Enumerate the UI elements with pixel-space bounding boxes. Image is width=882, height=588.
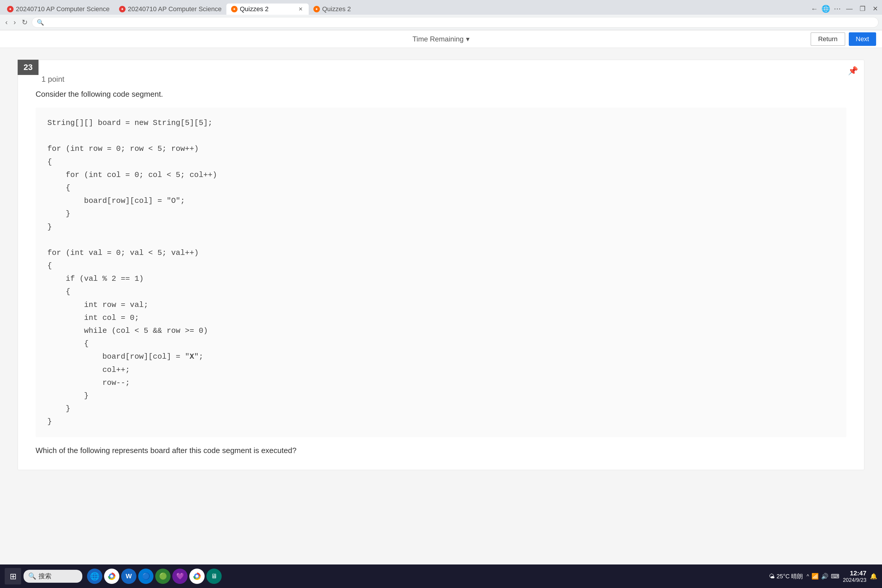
code-line-2: for (int row = 0; row < 5; row++) (47, 142, 835, 155)
tab-3-close[interactable]: ✕ (297, 5, 304, 13)
pin-icon[interactable]: 📌 (848, 66, 858, 75)
tab-bar: ✦ 20240710 AP Computer Science ✦ 2024071… (0, 0, 882, 15)
code-line-16: { (47, 337, 835, 350)
svg-point-3 (195, 575, 198, 578)
close-btn[interactable]: ✕ (871, 5, 880, 13)
taskbar-app-chrome1[interactable] (104, 568, 119, 584)
minimize-btn[interactable]: — (844, 5, 854, 13)
code-line-4: for (int col = 0; col < 5; col++) (47, 168, 835, 182)
network-icon[interactable]: 📶 (812, 573, 819, 580)
next-button[interactable]: Next (849, 32, 876, 46)
tab-2-label: 20240710 AP Computer Science (128, 5, 222, 13)
question-card: 23 1 point 📌 Consider the following code… (18, 60, 864, 470)
tab-1-icon: ✦ (7, 6, 14, 12)
time-remaining: Time Remaining ▾ (412, 35, 470, 43)
taskbar-app-green[interactable]: 🟢 (155, 568, 171, 584)
address-bar[interactable]: 🔍 (32, 17, 879, 28)
code-line-7: } (47, 207, 835, 220)
taskbar-app-word[interactable]: W (121, 568, 136, 584)
refresh-button[interactable]: ↻ (20, 16, 29, 28)
tab-4-icon: ✦ (314, 6, 320, 12)
time-dropdown-icon[interactable]: ▾ (466, 35, 470, 43)
code-line-18: col++; (47, 363, 835, 376)
global-icon[interactable]: 🌐 (821, 5, 830, 13)
code-line-12: { (47, 285, 835, 298)
taskbar: ⊞ 🔍 搜索 🌐 W 🔵 🟢 💜 (0, 564, 882, 588)
tab-1[interactable]: ✦ 20240710 AP Computer Science (2, 3, 114, 15)
code-line-8: } (47, 220, 835, 233)
forward-button[interactable]: › (12, 16, 18, 28)
tab-4[interactable]: ✦ Quizzes 2 (309, 3, 391, 15)
speaker-icon[interactable]: 🔊 (821, 573, 828, 580)
tab-1-label: 20240710 AP Computer Science (16, 5, 110, 13)
clock-date: 2024/9/23 (843, 577, 866, 583)
code-line-15: while (col < 5 && row >= 0) (47, 324, 835, 337)
main-content: 23 1 point 📌 Consider the following code… (0, 48, 882, 577)
code-line-blank-2 (47, 233, 835, 246)
weather-info: 🌤 25°C 晴朗 (769, 572, 803, 580)
notification-icon[interactable]: 🔔 (870, 573, 877, 580)
start-button[interactable]: ⊞ (5, 568, 21, 585)
quiz-toolbar: Time Remaining ▾ Return Next (0, 30, 882, 48)
code-line-13: int row = val; (47, 298, 835, 311)
taskbar-app-ie[interactable]: 🌐 (87, 568, 102, 584)
svg-point-1 (110, 575, 113, 578)
code-line-9: for (int val = 0; val < 5; val++) (47, 246, 835, 259)
download-icon[interactable]: ← (811, 5, 818, 13)
tab-3-label: Quizzes 2 (240, 5, 269, 13)
code-block: String[][] board = new String[5][5]; for… (36, 108, 846, 437)
chevron-up-icon[interactable]: ^ (807, 573, 809, 579)
return-button[interactable]: Return (810, 32, 845, 46)
tab-3[interactable]: ✦ Quizzes 2 ✕ (226, 3, 309, 15)
taskbar-search-icon: 🔍 (28, 572, 36, 580)
weather-icon: 🌤 (769, 573, 775, 580)
tab-2[interactable]: ✦ 20240710 AP Computer Science (114, 3, 226, 15)
taskbar-app-chrome2[interactable] (189, 568, 205, 584)
quiz-actions: Return Next (810, 32, 876, 46)
taskbar-app-screen[interactable]: 🖥 (206, 568, 222, 584)
weather-text: 25°C 晴朗 (777, 572, 803, 580)
taskbar-apps: 🌐 W 🔵 🟢 💜 🖥 (87, 568, 222, 584)
code-line-22: } (47, 415, 835, 428)
code-line-20: } (47, 389, 835, 402)
keyboard-icon[interactable]: ⌨ (831, 573, 839, 580)
browser-chrome: ✦ 20240710 AP Computer Science ✦ 2024071… (0, 0, 882, 30)
code-line-17: board[row][col] = "X"; (47, 350, 835, 363)
maximize-btn[interactable]: ❐ (858, 5, 867, 13)
taskbar-app-edge[interactable]: 🔵 (138, 568, 153, 584)
nav-bar: ‹ › ↻ 🔍 (0, 15, 882, 30)
question-intro: Consider the following code segment. (36, 90, 846, 99)
code-line-6: board[row][col] = "O"; (47, 194, 835, 207)
start-icon: ⊞ (10, 572, 16, 581)
taskbar-search[interactable]: 🔍 搜索 (24, 570, 82, 583)
question-bottom-text: Which of the following represents board … (36, 446, 846, 455)
code-line-3: { (47, 156, 835, 168)
taskbar-app-purple[interactable]: 💜 (172, 568, 188, 584)
tab-4-label: Quizzes 2 (322, 5, 351, 13)
code-line-10: { (47, 259, 835, 272)
tab-3-icon: ✦ (231, 6, 237, 12)
code-line-21: } (47, 402, 835, 415)
code-line-blank-1 (47, 129, 835, 142)
time-remaining-label: Time Remaining (412, 35, 464, 43)
question-points: 1 point (42, 75, 64, 84)
code-line-1: String[][] board = new String[5][5]; (47, 116, 835, 129)
search-icon: 🔍 (37, 19, 44, 26)
question-number: 23 (18, 60, 39, 75)
code-line-14: int col = 0; (47, 311, 835, 324)
taskbar-search-label: 搜索 (39, 572, 51, 580)
code-line-5: { (47, 182, 835, 194)
sys-icons: ^ 📶 🔊 ⌨ (807, 573, 839, 580)
code-line-19: row--; (47, 376, 835, 389)
taskbar-right: 🌤 25°C 晴朗 ^ 📶 🔊 ⌨ 12:47 2024/9/23 🔔 (769, 570, 877, 583)
tab-2-icon: ✦ (119, 6, 126, 12)
clock-time: 12:47 (843, 570, 866, 577)
code-line-11: if (val % 2 == 1) (47, 272, 835, 285)
taskbar-time: 12:47 2024/9/23 (843, 570, 866, 583)
more-icon[interactable]: ⋯ (834, 5, 841, 13)
back-button[interactable]: ‹ (3, 16, 9, 28)
